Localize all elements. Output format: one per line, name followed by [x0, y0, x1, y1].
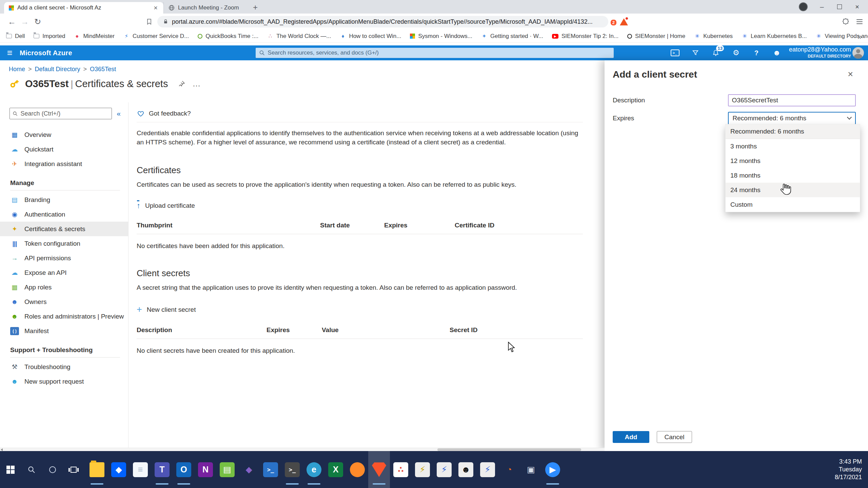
reload-button[interactable]: ↻	[31, 17, 44, 26]
bookmark-world-clock[interactable]: ∴ The World Clock —...	[267, 33, 331, 40]
bookmark-learn-kubernetes[interactable]: ✳ Learn Kubernetes B...	[742, 33, 807, 40]
taskbar-cmd[interactable]: >_	[281, 451, 303, 488]
sidebar-header-manage[interactable]: Manage	[10, 179, 120, 190]
new-tab-button[interactable]: +	[253, 3, 258, 12]
more-options-icon[interactable]: …	[192, 79, 201, 88]
taskbar-putty[interactable]: ⚡	[412, 451, 433, 488]
tab-zoom[interactable]: Launch Meeting - Zoom	[163, 2, 248, 14]
sidebar-item-integration-assistant[interactable]: ✈ Integration assistant	[0, 157, 128, 171]
sidebar-item-new-support-request[interactable]: ☻ New support request	[0, 374, 128, 389]
bookmark-sysmon[interactable]: Sysmon - Windows...	[410, 33, 472, 40]
task-view-button[interactable]	[63, 451, 84, 488]
profile-avatar-button[interactable]	[799, 2, 808, 11]
collapse-sidebar-icon[interactable]: «	[117, 109, 121, 118]
taskbar-onenote[interactable]: N	[195, 451, 216, 488]
taskbar-brave[interactable]	[368, 451, 390, 488]
taskbar-firefox[interactable]	[347, 451, 368, 488]
got-feedback-link[interactable]: Got feedback?	[137, 108, 583, 119]
breadcrumb-o365test[interactable]: O365Test	[90, 66, 116, 73]
taskbar-log-tool[interactable]: ▤	[216, 451, 238, 488]
brave-rewards-button[interactable]	[620, 18, 628, 25]
bookmark-quickbooks-time[interactable]: QuickBooks Time :...	[198, 33, 258, 40]
taskbar-visual-studio[interactable]: ◆	[238, 451, 260, 488]
browser-menu-icon[interactable]	[856, 18, 863, 25]
taskbar-teams[interactable]: T	[151, 451, 173, 488]
new-client-secret-button[interactable]: + New client secret	[137, 305, 196, 314]
description-input[interactable]	[728, 94, 856, 106]
taskbar-file-explorer[interactable]	[86, 451, 108, 488]
upload-certificate-button[interactable]: ↑ Upload certificate	[137, 202, 195, 209]
bookmark-how-to-collect[interactable]: ♦ How to collect Win...	[340, 33, 401, 40]
sidebar-item-owners[interactable]: ☻ Owners	[0, 294, 128, 309]
start-button[interactable]	[0, 451, 21, 488]
settings-button[interactable]: ⚙	[731, 48, 741, 58]
scrollbar-left-arrow[interactable]	[1, 448, 3, 451]
taskbar-notepad[interactable]: ≡	[130, 451, 151, 488]
taskbar-search-button[interactable]	[21, 451, 42, 488]
help-button[interactable]: ?	[752, 48, 761, 58]
sidebar-item-roles-and-administrators[interactable]: ☻ Roles and administrators | Preview	[0, 309, 128, 324]
taskbar-edge[interactable]: e	[303, 451, 325, 488]
bookmark-kubernetes[interactable]: ✳ Kubernetes	[694, 33, 733, 40]
azure-search[interactable]	[256, 48, 614, 58]
cloud-shell-button[interactable]: >_	[670, 48, 680, 58]
taskbar-zoom[interactable]: ▶	[542, 451, 564, 488]
taskbar-whiteboard[interactable]: ∴	[390, 451, 412, 488]
sidebar-searchbox[interactable]	[9, 108, 112, 119]
directory-filter-button[interactable]	[691, 48, 700, 58]
azure-search-input[interactable]	[268, 49, 610, 56]
taskbar-hacker-tool[interactable]: ☻	[455, 451, 477, 488]
sidebar-item-token-configuration[interactable]: ||| Token configuration	[0, 236, 128, 251]
expires-option-24-months[interactable]: 24 months	[726, 183, 860, 197]
extensions-puzzle-icon[interactable]	[842, 18, 850, 25]
bookmark-siemonster-tip[interactable]: ▶ SIEMonster Tip 2: In...	[552, 33, 618, 40]
taskbar-psftp[interactable]: ⚡	[433, 451, 455, 488]
tab-close-icon[interactable]: ×	[153, 4, 159, 12]
sidebar-item-troubleshooting[interactable]: ⚒ Troubleshooting	[0, 360, 128, 374]
notifications-button[interactable]: 13	[711, 48, 721, 58]
bookmark-getting-started[interactable]: ✦ Getting started · W...	[481, 33, 543, 40]
cortana-button[interactable]	[42, 451, 63, 488]
sidebar-search-input[interactable]	[21, 110, 109, 117]
sidebar-item-overview[interactable]: ▦ Overview	[0, 127, 128, 142]
expires-option-18-months[interactable]: 18 months	[726, 168, 860, 183]
add-button[interactable]: Add	[613, 431, 649, 443]
pin-icon[interactable]	[178, 80, 185, 87]
window-minimize-button[interactable]: –	[814, 0, 830, 14]
bookmark-customer-service[interactable]: ⚡ Customer Service D...	[123, 33, 189, 40]
breadcrumb-home[interactable]: Home	[9, 66, 25, 73]
feedback-button[interactable]: ☻	[772, 48, 782, 58]
tab-azure[interactable]: Add a client secret - Microsoft Az ×	[4, 2, 163, 14]
expires-option-custom[interactable]: Custom	[726, 197, 860, 212]
window-close-button[interactable]: ×	[849, 0, 865, 14]
taskbar-pscp[interactable]: ⚡	[477, 451, 498, 488]
sidebar-item-manifest[interactable]: ( ) Manifest	[0, 324, 128, 338]
taskbar-excel[interactable]: X	[325, 451, 347, 488]
forward-button[interactable]: →	[18, 17, 31, 26]
sidebar-item-api-permissions[interactable]: → API permissions	[0, 251, 128, 265]
bookmark-mindmeister[interactable]: ● MindMeister	[74, 33, 115, 40]
reading-list-button[interactable]	[146, 18, 153, 25]
sidebar-item-certificates-secrets[interactable]: ✦ Certificates & secrets	[0, 222, 128, 236]
bookmark-siemonster-home[interactable]: SIEMonster | Home	[627, 33, 685, 40]
horizontal-scrollbar[interactable]	[0, 448, 605, 451]
expires-option-recommended-6-months[interactable]: Recommended: 6 months	[726, 124, 860, 139]
address-bar[interactable]: portal.azure.com/#blade/Microsoft_AAD_Re…	[157, 16, 608, 27]
window-maximize-button[interactable]	[831, 0, 848, 14]
bookmarks-overflow-chevron[interactable]: »	[858, 33, 862, 41]
expires-option-3-months[interactable]: 3 months	[726, 139, 860, 154]
account-avatar[interactable]	[852, 47, 864, 59]
sidebar-item-branding[interactable]: ▤ Branding	[0, 192, 128, 207]
taskbar-outlook[interactable]: O	[173, 451, 195, 488]
account-info[interactable]: eatonp28@Yahoo.com DEFAULT DIRECTORY	[789, 46, 851, 60]
azure-brand[interactable]: Microsoft Azure	[20, 49, 72, 57]
taskbar-dropbox[interactable]: ◆	[108, 451, 130, 488]
cancel-button[interactable]: Cancel	[657, 431, 692, 443]
back-button[interactable]: ←	[5, 17, 18, 26]
taskbar-zenmap[interactable]: ◔	[498, 451, 520, 488]
sidebar-item-app-roles[interactable]: ▦ App roles	[0, 280, 128, 294]
taskbar-virtualbox[interactable]: ▣	[520, 451, 542, 488]
sidebar-item-authentication[interactable]: ◉ Authentication	[0, 207, 128, 222]
expires-select[interactable]: Recommended: 6 months	[728, 112, 856, 125]
expires-option-12-months[interactable]: 12 months	[726, 154, 860, 168]
